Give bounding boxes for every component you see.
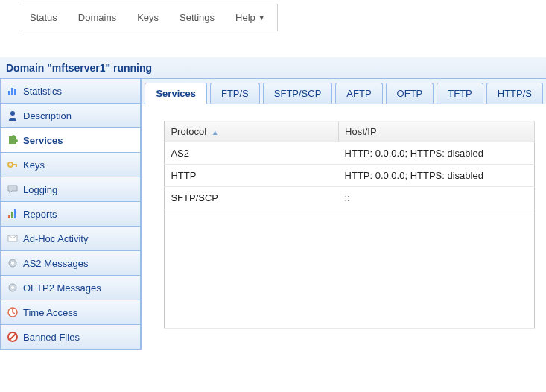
nav-label: Help bbox=[235, 12, 255, 23]
table-row[interactable]: HTTP HTTP: 0.0.0.0; HTTPS: disabled bbox=[165, 165, 535, 187]
gear-icon bbox=[7, 282, 19, 294]
domain-title: Domain "mftserver1" running bbox=[0, 57, 546, 79]
svg-rect-7 bbox=[8, 215, 10, 218]
content-pane: Services FTP/S SFTP/SCP AFTP OFTP TFTP H… bbox=[142, 79, 546, 329]
top-nav: Status Domains Keys Settings Help ▼ bbox=[19, 4, 278, 31]
table-row[interactable]: AS2 HTTP: 0.0.0.0; HTTPS: disabled bbox=[165, 142, 535, 165]
sidebar-item-label: Time Access bbox=[23, 307, 77, 318]
cell-host: HTTP: 0.0.0.0; HTTPS: disabled bbox=[339, 142, 535, 165]
sidebar-item-oftp2[interactable]: OFTP2 Messages bbox=[0, 276, 141, 300]
svg-rect-8 bbox=[11, 212, 13, 218]
tab-label: TFTP bbox=[448, 88, 472, 99]
sidebar-item-reports[interactable]: Reports bbox=[0, 202, 141, 227]
tab-bar: Services FTP/S SFTP/SCP AFTP OFTP TFTP H… bbox=[142, 79, 546, 104]
person-icon bbox=[7, 110, 19, 121]
main-area: Statistics Description Services Keys Log… bbox=[0, 79, 546, 350]
puzzle-icon bbox=[7, 134, 19, 146]
cell-protocol: HTTP bbox=[165, 165, 339, 187]
table-row[interactable]: SFTP/SCP :: bbox=[165, 187, 535, 209]
svg-rect-6 bbox=[16, 164, 17, 167]
tab-label: Services bbox=[156, 88, 196, 99]
speech-icon bbox=[7, 183, 19, 195]
blocked-icon bbox=[7, 331, 19, 343]
sidebar-item-label: Ad-Hoc Activity bbox=[23, 233, 88, 244]
nav-label: Keys bbox=[137, 12, 159, 23]
tab-services[interactable]: Services bbox=[145, 83, 207, 104]
bars-icon bbox=[7, 208, 19, 220]
services-panel: Protocol ▲ Host/IP AS2 HTTP: 0.0.0.0; HT… bbox=[142, 104, 546, 329]
svg-point-12 bbox=[11, 262, 14, 265]
sidebar-item-keys[interactable]: Keys bbox=[0, 153, 141, 177]
sidebar-item-label: Keys bbox=[23, 159, 45, 171]
tab-aftp[interactable]: AFTP bbox=[335, 83, 382, 104]
tab-label: OFTP bbox=[397, 88, 423, 99]
col-label: Host/IP bbox=[345, 126, 377, 137]
sort-asc-icon: ▲ bbox=[212, 128, 219, 136]
tab-ftps[interactable]: FTP/S bbox=[210, 83, 260, 104]
clock-icon bbox=[7, 306, 19, 318]
chevron-down-icon: ▼ bbox=[258, 14, 265, 22]
svg-point-3 bbox=[10, 111, 15, 116]
sidebar-item-label: Statistics bbox=[23, 86, 62, 97]
sidebar-item-label: Description bbox=[23, 110, 72, 121]
col-label: Protocol bbox=[171, 126, 206, 137]
services-table: Protocol ▲ Host/IP AS2 HTTP: 0.0.0.0; HT… bbox=[164, 121, 535, 329]
sidebar-item-description[interactable]: Description bbox=[0, 104, 141, 128]
sidebar-item-label: OFTP2 Messages bbox=[23, 282, 101, 294]
nav-settings[interactable]: Settings bbox=[169, 4, 225, 31]
cell-protocol: SFTP/SCP bbox=[165, 187, 339, 209]
col-hostip[interactable]: Host/IP bbox=[339, 121, 535, 142]
cell-protocol: AS2 bbox=[165, 142, 339, 165]
sidebar: Statistics Description Services Keys Log… bbox=[0, 79, 142, 350]
tab-oftp[interactable]: OFTP bbox=[386, 83, 434, 104]
sidebar-item-label: Logging bbox=[23, 184, 57, 195]
tab-tftp[interactable]: TFTP bbox=[437, 83, 483, 104]
nav-label: Status bbox=[30, 12, 57, 23]
tab-label: HTTP/S bbox=[498, 88, 532, 99]
svg-rect-0 bbox=[8, 91, 10, 95]
sidebar-item-statistics[interactable]: Statistics bbox=[0, 79, 141, 104]
nav-status[interactable]: Status bbox=[19, 4, 68, 31]
tab-label: FTP/S bbox=[221, 88, 249, 99]
key-icon bbox=[7, 159, 19, 171]
svg-point-14 bbox=[11, 286, 14, 289]
svg-rect-1 bbox=[11, 88, 13, 95]
tab-label: SFTP/SCP bbox=[274, 88, 322, 99]
svg-rect-9 bbox=[14, 209, 16, 218]
sidebar-item-label: AS2 Messages bbox=[23, 258, 88, 269]
nav-keys[interactable]: Keys bbox=[127, 4, 169, 31]
sidebar-item-label: Services bbox=[23, 135, 63, 146]
chart-bar-icon bbox=[7, 85, 19, 97]
sidebar-item-services[interactable]: Services bbox=[0, 128, 141, 153]
nav-domains[interactable]: Domains bbox=[68, 4, 127, 31]
svg-rect-2 bbox=[14, 89, 16, 95]
nav-label: Domains bbox=[78, 12, 116, 23]
sidebar-item-logging[interactable]: Logging bbox=[0, 177, 141, 202]
tab-label: AFTP bbox=[346, 88, 371, 99]
nav-label: Settings bbox=[180, 12, 215, 23]
tab-sftpscp[interactable]: SFTP/SCP bbox=[263, 83, 333, 104]
mail-icon bbox=[7, 233, 19, 244]
sidebar-item-as2[interactable]: AS2 Messages bbox=[0, 251, 141, 276]
sidebar-item-label: Reports bbox=[23, 209, 57, 220]
table-empty-space bbox=[165, 209, 535, 329]
sidebar-item-bannedfiles[interactable]: Banned Files bbox=[0, 325, 141, 350]
col-protocol[interactable]: Protocol ▲ bbox=[165, 121, 339, 142]
cell-host: :: bbox=[339, 187, 535, 209]
nav-help[interactable]: Help ▼ bbox=[225, 4, 276, 31]
sidebar-item-label: Banned Files bbox=[23, 332, 80, 343]
sidebar-item-timeaccess[interactable]: Time Access bbox=[0, 300, 141, 325]
gear-icon bbox=[7, 257, 19, 269]
sidebar-item-adhoc[interactable]: Ad-Hoc Activity bbox=[0, 227, 141, 251]
cell-host: HTTP: 0.0.0.0; HTTPS: disabled bbox=[339, 165, 535, 187]
tab-https[interactable]: HTTP/S bbox=[486, 83, 543, 104]
